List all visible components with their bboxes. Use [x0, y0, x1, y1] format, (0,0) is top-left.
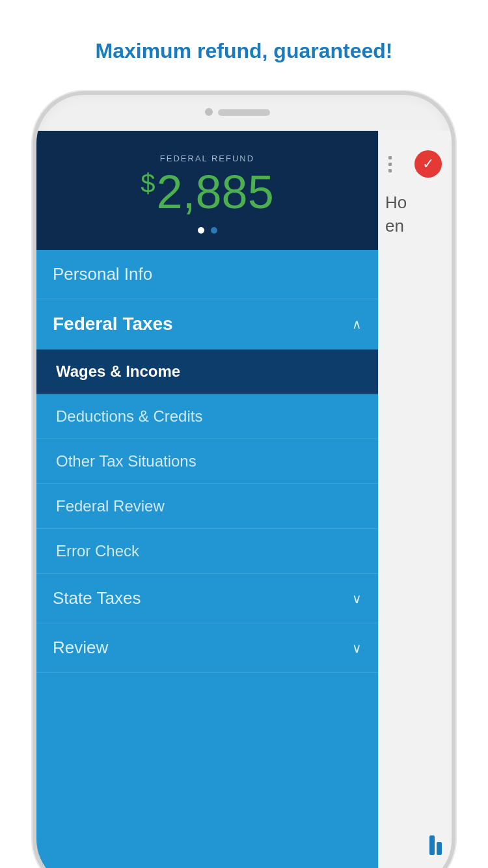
- nav-sub-item-other-tax[interactable]: Other Tax Situations: [36, 439, 378, 484]
- tagline-text: Maximum refund, guaranteed!: [0, 0, 488, 83]
- deductions-credits-label: Deductions & Credits: [56, 407, 202, 425]
- main-panel: FEDERAL REFUND $2,885 Personal Info Fede…: [36, 131, 378, 868]
- phone-speaker: [218, 109, 270, 116]
- error-check-label: Error Check: [56, 542, 139, 560]
- refund-header: FEDERAL REFUND $2,885: [36, 131, 378, 250]
- right-panel-top: ✓: [385, 144, 445, 184]
- check-circle-icon[interactable]: ✓: [414, 150, 442, 178]
- dot-rect-2: [388, 163, 392, 166]
- wages-income-label: Wages & Income: [56, 362, 180, 380]
- nav-sub-item-wages[interactable]: Wages & Income: [36, 349, 378, 394]
- bar-chart-icon: [429, 835, 442, 855]
- federal-taxes-label: Federal Taxes: [53, 314, 173, 334]
- dot-rect-1: [388, 156, 392, 159]
- review-label: Review: [53, 638, 108, 658]
- right-panel-text: Ho en: [385, 191, 445, 238]
- dot-rect-3: [388, 169, 392, 172]
- side-button-vol-up: [33, 225, 35, 264]
- personal-info-label: Personal Info: [53, 264, 152, 284]
- federal-taxes-chevron-icon: ∧: [352, 316, 362, 332]
- nav-section-federal-taxes[interactable]: Federal Taxes ∧: [36, 299, 378, 349]
- dots-menu-icon[interactable]: [388, 156, 392, 172]
- screen: FEDERAL REFUND $2,885 Personal Info Fede…: [36, 131, 452, 868]
- refund-label: FEDERAL REFUND: [49, 154, 365, 163]
- nav-section-review[interactable]: Review ∨: [36, 623, 378, 673]
- nav-section-state-taxes[interactable]: State Taxes ∨: [36, 574, 378, 623]
- review-chevron-icon: ∨: [352, 640, 362, 656]
- nav-sub-item-error-check[interactable]: Error Check: [36, 529, 378, 574]
- pagination-dots: [49, 227, 365, 234]
- nav-sub-item-federal-review[interactable]: Federal Review: [36, 484, 378, 529]
- side-button-vol-down: [33, 284, 35, 323]
- nav-item-personal-info[interactable]: Personal Info: [36, 250, 378, 299]
- federal-review-label: Federal Review: [56, 497, 165, 515]
- side-button-power: [453, 264, 455, 323]
- phone-frame: FEDERAL REFUND $2,885 Personal Info Fede…: [33, 91, 455, 868]
- nav-menu: Personal Info Federal Taxes ∧ Wages & In…: [36, 250, 378, 868]
- state-taxes-chevron-icon: ∨: [352, 591, 362, 606]
- right-panel: ✓ Ho en: [378, 131, 452, 868]
- checkmark-icon: ✓: [422, 156, 434, 172]
- refund-dollar-sign: $: [141, 169, 155, 197]
- pagination-dot-2: [211, 227, 217, 234]
- pagination-dot-1: [198, 227, 204, 234]
- bar-2: [437, 842, 442, 855]
- phone-camera: [205, 108, 213, 116]
- bar-1: [429, 835, 435, 855]
- other-tax-label: Other Tax Situations: [56, 452, 197, 470]
- bottom-bar-chart-area: [429, 835, 442, 855]
- nav-sub-item-deductions[interactable]: Deductions & Credits: [36, 394, 378, 439]
- refund-amount: $2,885: [49, 169, 365, 215]
- state-taxes-label: State Taxes: [53, 588, 141, 608]
- refund-value: 2,885: [157, 166, 274, 218]
